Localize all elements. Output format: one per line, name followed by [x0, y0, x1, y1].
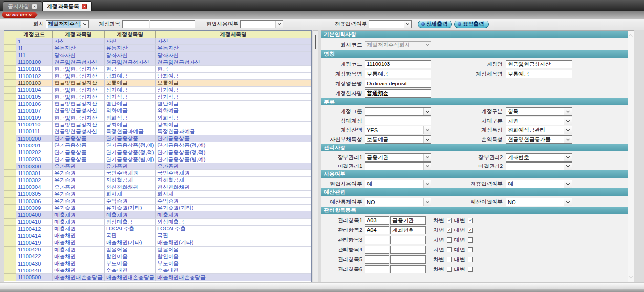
cell-account-item[interactable]: 당좌자산 — [105, 52, 156, 59]
field-use-dropdown[interactable] — [240, 20, 283, 28]
table-row[interactable]: 11100106현금및현금성자산별단예금별단예금 — [4, 101, 311, 107]
cell-account-code[interactable]: 11100107 — [16, 107, 53, 114]
table-row[interactable]: 11100400매출채권매출채권매출채권 — [4, 211, 311, 218]
cell-account-detail[interactable]: 당좌예금 — [156, 122, 311, 128]
cell-account-item[interactable]: 국판 — [105, 232, 156, 239]
cell-account-subject[interactable]: 현금및현금성자산 — [53, 107, 105, 114]
tab-account-registration[interactable]: 계정과목등록 × — [42, 1, 92, 11]
cell-account-subject[interactable]: 단기금융상품 — [53, 135, 105, 142]
cell-account-code[interactable]: 11100306 — [16, 198, 53, 205]
cell-account-code[interactable]: 11100101 — [16, 66, 53, 73]
cell-account-subject[interactable]: 현금및현금성자산 — [53, 73, 105, 80]
row-selector-cell[interactable] — [4, 260, 16, 267]
row-selector-cell[interactable] — [4, 274, 16, 281]
cell-account-code[interactable]: 11100102 — [16, 73, 53, 80]
cell-account-subject[interactable]: 매출채권 — [53, 226, 105, 232]
table-row[interactable]: 11100302유가증권지하철공채지하철공채 — [4, 177, 311, 184]
cell-account-subject[interactable]: 단기금융상품 — [53, 156, 105, 163]
cell-account-subject[interactable]: 유가증권 — [53, 184, 105, 191]
cell-account-code[interactable]: 11100105 — [16, 94, 53, 101]
row-selector-cell[interactable] — [4, 191, 16, 198]
cell-account-item[interactable]: 별단예금 — [105, 101, 156, 107]
cell-account-code[interactable]: 11100304 — [16, 184, 53, 191]
row-selector-cell[interactable] — [4, 184, 16, 191]
cell-account-detail[interactable]: 지하철공채 — [156, 177, 311, 184]
row-selector-cell[interactable] — [4, 80, 16, 86]
cell-account-subject[interactable]: 유가증권 — [53, 191, 105, 198]
cell-account-code[interactable]: 11100106 — [16, 101, 53, 107]
acct-english-input[interactable] — [365, 80, 431, 88]
cell-account-item[interactable]: 단기금융상품 — [105, 135, 156, 142]
row-selector-cell[interactable] — [4, 73, 16, 80]
tab-close-icon[interactable]: × — [32, 4, 37, 9]
cell-account-code[interactable]: 11100103 — [16, 80, 53, 86]
slip-input-dropdown[interactable] — [369, 20, 412, 28]
cell-account-detail[interactable]: 특정현금과예금 — [156, 128, 311, 135]
row-selector-cell[interactable] — [4, 52, 16, 59]
cell-account-code[interactable]: 11100305 — [16, 191, 53, 198]
cell-account-code[interactable]: 11100203 — [16, 156, 53, 163]
scrollbar-thumb[interactable] — [315, 35, 316, 49]
cell-account-subject[interactable]: 매출채권 — [53, 232, 105, 239]
cell-account-item[interactable]: 당좌예금 — [105, 122, 156, 128]
cell-account-code[interactable]: 11100202 — [16, 149, 53, 156]
row-selector-cell[interactable] — [4, 247, 16, 253]
table-row[interactable]: 11100304유가증권전신전화채권전신전화채권 — [4, 184, 311, 191]
acct-gubun-dropdown[interactable]: 항목 — [506, 107, 572, 116]
acct-group-dropdown[interactable] — [365, 107, 431, 116]
cell-account-subject[interactable]: 매출채권 — [53, 267, 105, 274]
cell-account-item[interactable]: 당좌예금 — [105, 73, 156, 80]
cell-account-detail[interactable]: 당좌자산 — [156, 52, 311, 59]
cell-account-item[interactable]: 외상매출금 — [105, 219, 156, 226]
cell-account-code[interactable]: 11100419 — [16, 239, 53, 246]
table-row[interactable]: 11100105현금및현금성자산정기적금정기적금 — [4, 94, 311, 101]
detail-print-button[interactable]: 상세출력 — [418, 21, 452, 28]
scroll-up-icon[interactable] — [629, 34, 633, 38]
table-row[interactable]: 11100107현금및현금성자산외화예금외화예금 — [4, 107, 311, 114]
cell-account-subject[interactable]: 매출채권대손충당금 — [53, 274, 105, 281]
company-code-dropdown[interactable]: 제일저지주식회사 — [365, 41, 431, 49]
open-mgmt1-dropdown[interactable] — [365, 162, 431, 170]
cell-account-subject[interactable]: 유가증권 — [53, 170, 105, 177]
cell-account-code[interactable]: 11100302 — [16, 177, 53, 184]
asset-feature-dropdown[interactable]: 보통예금 — [365, 135, 431, 144]
cell-account-item[interactable]: 정기적금 — [105, 94, 156, 101]
cell-account-subject[interactable]: 현금및현금성자산 — [53, 87, 105, 94]
cell-account-detail[interactable]: 단기금융상품(별,예) — [156, 156, 311, 163]
row-selector-cell[interactable] — [4, 253, 16, 260]
table-row[interactable]: 11100412매출채권LOCAL수출LOCAL수출 — [4, 226, 311, 232]
row-selector-cell[interactable] — [4, 135, 16, 142]
cell-account-item[interactable]: 할인어음 — [105, 253, 156, 260]
row-selector-cell[interactable] — [4, 177, 16, 184]
cell-account-item[interactable]: 받을어음 — [105, 247, 156, 253]
cell-account-subject[interactable]: 유가증권 — [53, 205, 105, 211]
cell-account-subject[interactable]: 현금및현금성자산 — [53, 101, 105, 107]
row-selector-cell[interactable] — [4, 114, 16, 121]
cell-account-item[interactable]: 수출대전 — [105, 267, 156, 274]
table-row[interactable]: 11100201단기금융상품단기금융상품(정,예)단기금융상품(정,예) — [4, 142, 311, 149]
cell-account-code[interactable]: 11100422 — [16, 253, 53, 260]
cell-account-subject[interactable]: 매출채권 — [53, 239, 105, 246]
cell-account-code[interactable]: 11100104 — [16, 87, 53, 94]
row-selector-cell[interactable] — [4, 198, 16, 205]
cell-account-subject[interactable]: 매출채권 — [53, 253, 105, 260]
budget-control-dropdown[interactable]: NO — [365, 198, 431, 206]
table-row[interactable]: 11100104현금및현금성자산정기예금정기예금 — [4, 87, 311, 94]
cell-account-detail[interactable]: 현금및현금성자산 — [156, 59, 311, 66]
grid-header-item[interactable]: 계정항목명 — [105, 31, 156, 38]
cell-account-subject[interactable]: 매출채권 — [53, 219, 105, 226]
cell-account-detail[interactable]: 매출채권대손충당금 — [156, 274, 311, 281]
table-row[interactable]: 11100420매출채권받을어음받을어음 — [4, 247, 311, 253]
cell-account-detail[interactable]: 국민주택채권 — [156, 170, 311, 177]
row-selector-cell[interactable] — [4, 149, 16, 156]
acct-code-input[interactable] — [365, 60, 431, 68]
cell-account-detail[interactable]: LOCAL수출 — [156, 226, 311, 232]
cell-account-detail[interactable]: 단기금융상품 — [156, 135, 311, 142]
cell-account-item[interactable]: 자산 — [105, 38, 156, 45]
cell-account-code[interactable]: 11100201 — [16, 142, 53, 149]
table-row[interactable]: 11100110현금및현금성자산당좌예금당좌예금 — [4, 122, 311, 128]
cell-account-code[interactable]: 111 — [16, 52, 53, 59]
cell-account-detail[interactable]: 유가증권(기타) — [156, 205, 311, 211]
cell-account-subject[interactable]: 매출채권 — [53, 211, 105, 218]
row-selector-cell[interactable] — [4, 156, 16, 163]
